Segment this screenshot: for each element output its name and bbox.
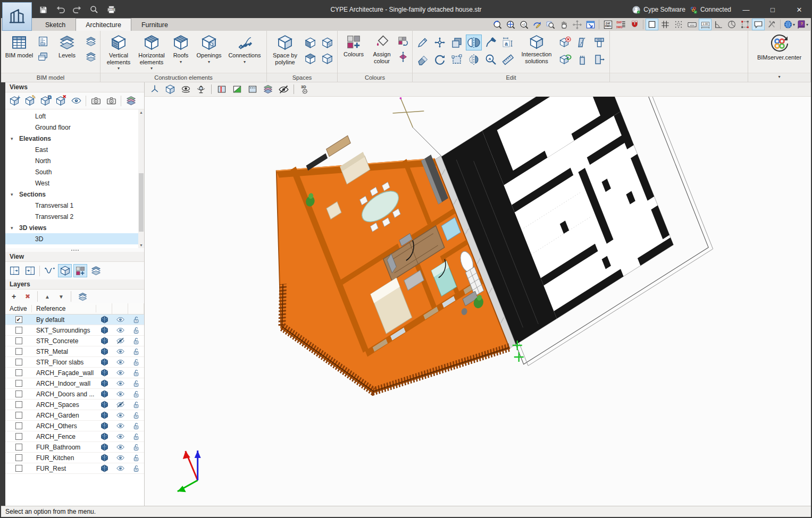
delete-intersection-tool[interactable] [557,35,573,50]
copy-tool[interactable] [449,35,465,50]
view-visibility-button[interactable] [69,94,83,107]
keyboard-entry-tool[interactable] [685,19,698,30]
hide-elements-tool[interactable] [277,83,290,96]
measure-tool[interactable] [500,52,516,67]
levels-button[interactable]: Levels [51,32,83,61]
layer-lock-icon[interactable] [132,326,140,335]
find-tool[interactable] [483,52,499,67]
layer-lock-icon[interactable] [132,432,140,441]
bimserver-expand[interactable]: ▾ [748,73,810,81]
delete-layer-button[interactable]: ✖ [22,291,33,302]
space-extrude-button[interactable] [302,35,318,50]
bim-windows-button[interactable] [36,50,50,64]
assign-colour-button[interactable]: Assign colour [369,32,395,66]
connections-button[interactable]: Connections ▾ [225,32,264,66]
apply-capture-button[interactable] [104,94,118,107]
section-top-tool[interactable] [246,83,259,96]
layer-visible-icon[interactable] [116,389,125,398]
orbit-view-tool[interactable] [179,83,192,96]
layer-3d-icon[interactable] [100,421,109,430]
space-by-polyline-button[interactable]: Space by polyline [269,32,301,67]
layer-checkbox[interactable] [15,359,22,366]
layer-visible-icon[interactable] [116,411,125,420]
layer-lock-icon[interactable] [132,358,140,367]
layer-3d-icon[interactable] [100,379,109,388]
delete-view-button[interactable]: ✖ [54,94,68,107]
roofs-button[interactable]: Roofs ▾ [169,32,193,66]
wall-segment-tool[interactable] [574,52,590,67]
minimize-button[interactable]: — [734,1,758,18]
layer-3d-icon[interactable] [100,368,109,377]
layer-checkbox[interactable] [15,444,22,451]
layer-checkbox[interactable] [15,348,22,355]
turntable-tool[interactable] [194,83,208,96]
view-item-transversal-2[interactable]: Transversal 2 [5,211,138,222]
angle-tool[interactable] [712,19,725,30]
maximize-button[interactable]: □ [761,1,784,18]
split-view-horizontal-button[interactable] [23,264,37,277]
delete-tool[interactable] [415,52,431,67]
zoom-extents-tool[interactable] [504,19,517,30]
view-item-loft[interactable]: Loft [5,111,138,122]
layer-up-button[interactable]: ▲ [42,291,53,302]
duplicate-view-button[interactable]: ⧉ [38,94,52,107]
zoom-x2-tool[interactable] [517,19,530,30]
space-open-button[interactable] [319,35,335,50]
print-button[interactable] [103,3,119,16]
symmetry-move-tool[interactable] [466,52,482,67]
view-item-south[interactable]: South [5,166,138,177]
move-opening-tool[interactable] [591,52,607,67]
bim-schedule-button[interactable] [36,35,50,48]
panel-splitter[interactable] [5,248,144,252]
undo-button[interactable] [52,3,68,16]
levels-copy-button[interactable] [84,50,98,64]
dxf-dwg-layers-tool[interactable] [615,19,627,30]
bimserver-center-button[interactable]: BIMserver.center [750,32,808,63]
views-scrollbar[interactable]: ▲ ▼ [138,109,144,248]
layer-3d-icon[interactable] [100,432,109,441]
layer-visible-icon[interactable] [116,358,125,367]
bim-model-button[interactable]: BIM model [3,32,35,61]
layer-view-button[interactable] [89,264,103,277]
protractor-tool[interactable] [725,19,738,30]
view-item-north[interactable]: North [5,155,138,166]
selection-tool[interactable] [739,19,751,30]
tab-sketch[interactable]: Sketch [35,18,76,31]
layer-visible-icon[interactable] [116,421,125,430]
layer-hidden-icon[interactable] [116,400,125,409]
layer-visible-icon[interactable] [116,453,125,462]
zoom-window-tool[interactable] [544,19,557,30]
layer-lock-icon[interactable] [132,401,140,409]
view-group-3d-views[interactable]: ▾3D views [5,222,138,233]
add-layer-button[interactable]: + [9,291,19,302]
edit-tool[interactable] [415,35,431,50]
symmetry-copy-tool[interactable] [466,35,482,50]
3d-settings-tool[interactable] [297,83,311,96]
space-floor-button[interactable] [302,50,318,66]
horizontal-elements-button[interactable]: Horizontal elements ▾ [136,32,168,72]
layer-lock-icon[interactable] [132,454,140,462]
update-intersection-tool[interactable] [557,52,573,67]
view-group-elevations[interactable]: ▾Elevations [5,133,138,144]
tab-furniture[interactable]: Furniture [131,18,178,31]
colour-gradient-button[interactable] [396,50,410,64]
layer-checkbox[interactable] [15,454,22,461]
intersection-solutions-button[interactable]: Intersection solutions [517,32,556,66]
layer-down-button[interactable]: ▼ [56,291,66,302]
openings-button[interactable]: Openings ▾ [194,32,224,66]
vertical-elements-button[interactable]: Vertical elements ▾ [103,32,135,72]
layer-3d-icon[interactable] [100,453,109,462]
axes-tool[interactable] [148,83,162,96]
saved-views-button[interactable] [124,94,138,107]
match-properties-tool[interactable] [483,35,499,50]
layer-3d-icon[interactable] [100,400,109,409]
layer-3d-icon[interactable] [100,336,109,345]
layer-checkbox[interactable] [15,380,22,387]
grid-tool[interactable] [659,19,672,30]
layer-checkbox[interactable] [15,433,22,440]
account-status[interactable]: Cype Software [632,5,685,14]
add-view-button[interactable]: + [7,94,21,107]
layer-visible-icon[interactable] [116,326,125,335]
redraw-tool[interactable] [531,19,543,30]
layer-checkbox[interactable] [15,327,22,334]
